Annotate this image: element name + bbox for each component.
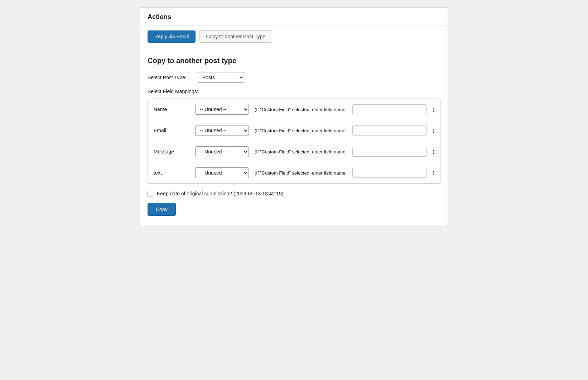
field-mappings-table: Name -- Unused -- Title Content Custom F… bbox=[148, 99, 440, 184]
post-type-row: Select Post Type: Posts Pages Custom bbox=[148, 72, 440, 83]
mapping-field-name-text: text bbox=[154, 170, 189, 176]
mapping-field-name-name: Name bbox=[154, 106, 189, 112]
mapping-select-text[interactable]: -- Unused -- Title Content Custom Field bbox=[195, 167, 249, 178]
mapping-hint-text: (If "Custom Field" selected, enter field… bbox=[255, 170, 347, 176]
mapping-hint-name: (If "Custom Field" selected, enter field… bbox=[255, 107, 347, 112]
keep-date-label: Keep date of original submission? (2019-… bbox=[157, 191, 283, 196]
post-type-label: Select Post Type: bbox=[148, 75, 198, 80]
mapping-paren-message: ) bbox=[433, 149, 434, 155]
mapping-field-name-email: Email bbox=[154, 128, 189, 133]
actions-panel: Actions Reply via Email Copy to another … bbox=[140, 7, 448, 226]
mapping-field-name-message: Message bbox=[154, 149, 189, 155]
copy-to-post-type-button[interactable]: Copy to another Post Type bbox=[199, 30, 272, 43]
mapping-select-name[interactable]: -- Unused -- Title Content Custom Field bbox=[195, 104, 249, 115]
mapping-hint-email: (If "Custom Field" selected, enter field… bbox=[255, 128, 347, 133]
actions-bar: Reply via Email Copy to another Post Typ… bbox=[140, 25, 448, 48]
panel-title: Actions bbox=[148, 13, 440, 21]
panel-header: Actions bbox=[140, 8, 448, 25]
mapping-row-email: Email -- Unused -- Title Content Custom … bbox=[148, 120, 440, 141]
mapping-custom-field-input-text[interactable] bbox=[352, 168, 427, 178]
mapping-hint-message: (If "Custom Field" selected, enter field… bbox=[255, 149, 347, 155]
copy-button[interactable]: Copy bbox=[148, 203, 176, 216]
section-title: Copy to another post type bbox=[148, 57, 440, 65]
mapping-select-email[interactable]: -- Unused -- Title Content Custom Field bbox=[195, 125, 249, 136]
keep-date-checkbox[interactable] bbox=[148, 191, 153, 196]
mapping-paren-text: ) bbox=[433, 170, 434, 176]
content-area: Copy to another post type Select Post Ty… bbox=[140, 48, 448, 226]
mapping-custom-field-input-name[interactable] bbox=[352, 104, 427, 114]
mapping-paren-email: ) bbox=[433, 128, 434, 133]
mapping-custom-field-input-email[interactable] bbox=[352, 125, 427, 136]
mapping-paren-name: ) bbox=[433, 106, 434, 112]
mapping-row-name: Name -- Unused -- Title Content Custom F… bbox=[148, 99, 440, 120]
field-mappings-label: Select Field Mappings: bbox=[148, 89, 440, 94]
mapping-custom-field-input-message[interactable] bbox=[352, 147, 427, 157]
keep-date-row: Keep date of original submission? (2019-… bbox=[148, 191, 440, 196]
mapping-select-message[interactable]: -- Unused -- Title Content Custom Field bbox=[195, 146, 249, 157]
post-type-select[interactable]: Posts Pages Custom bbox=[198, 72, 244, 83]
reply-via-email-button[interactable]: Reply via Email bbox=[148, 30, 196, 43]
mapping-row-text: text -- Unused -- Title Content Custom F… bbox=[148, 162, 440, 183]
mapping-row-message: Message -- Unused -- Title Content Custo… bbox=[148, 141, 440, 162]
